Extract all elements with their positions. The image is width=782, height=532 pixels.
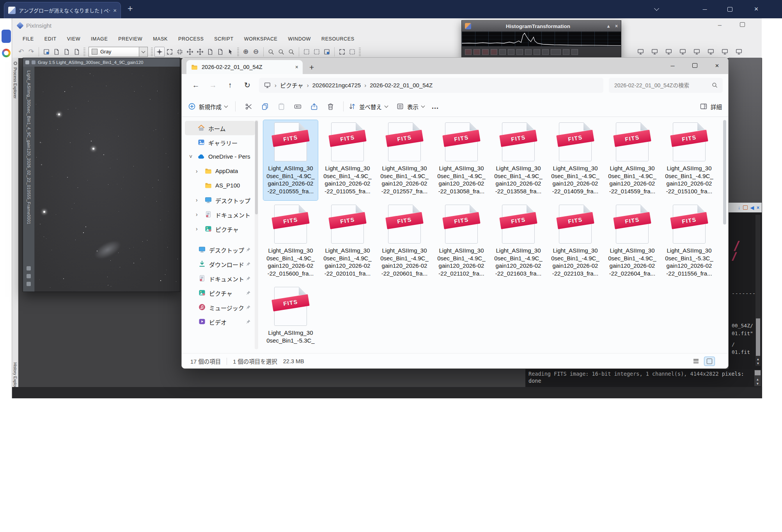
page-next-icon[interactable] — [215, 47, 225, 57]
save-left-icon[interactable] — [62, 47, 72, 57]
pixinsight-maximize-button[interactable] — [740, 22, 745, 28]
file-item[interactable]: FITSLight_ASIImg_300sec_Bin1_-5.3C_gain1… — [662, 202, 716, 283]
undo-icon[interactable]: ↶ — [16, 47, 26, 57]
mag-one-icon[interactable] — [286, 47, 296, 57]
file-item[interactable]: FITSLight_ASIImg_300sec_Bin1_-4.9C_gain1… — [662, 120, 716, 200]
menu-file[interactable]: FILE — [23, 36, 34, 42]
file-item[interactable]: FITSLight_ASIImg_300sec_Bin1_-4.9C_gain1… — [377, 120, 432, 200]
paste-button[interactable] — [273, 99, 289, 113]
virtual-screen-3-icon[interactable] — [663, 47, 674, 57]
file-item[interactable]: FITSLight_ASIImg_300sec_Bin1_-4.9C_gain1… — [548, 202, 603, 283]
image-canvas[interactable] — [35, 67, 180, 292]
zoom-in-icon[interactable]: ⊕ — [241, 47, 251, 57]
mag-plus-icon[interactable] — [276, 47, 286, 57]
menu-script[interactable]: SCRIPT — [214, 36, 233, 42]
zoom-to-fit-icon[interactable] — [175, 47, 185, 57]
preview-new-icon[interactable] — [301, 47, 312, 57]
pan-view-icon[interactable] — [185, 47, 195, 57]
histogram-tool-icon[interactable] — [516, 49, 523, 55]
cut-button[interactable] — [240, 99, 257, 113]
browser-menu-chevron-icon[interactable] — [645, 0, 668, 18]
screen-b-icon[interactable] — [734, 47, 744, 57]
browser-new-tab-button[interactable]: + — [128, 4, 133, 14]
breadcrumb-item[interactable]: ピクチャ — [280, 81, 303, 89]
mag-minus-icon[interactable] — [266, 47, 276, 57]
new-button[interactable]: 新規作成 — [188, 103, 227, 111]
browser-minimize-button[interactable]: ─ — [693, 0, 716, 18]
histogram-tool-icon[interactable] — [499, 49, 506, 55]
menu-window[interactable]: WINDOW — [288, 36, 311, 42]
explorer-minimize-button[interactable]: ─ — [661, 63, 684, 69]
window-fit-icon[interactable] — [347, 47, 357, 57]
histogram-tool-icon[interactable] — [571, 49, 578, 55]
search-input[interactable] — [614, 82, 711, 89]
file-grid-scrollbar[interactable] — [723, 119, 727, 349]
file-item[interactable]: FITSLight_ASIImg_300sec_Bin1_-4.9C_gain1… — [263, 202, 318, 283]
sidebar-item-pictures[interactable]: ›ピクチャ — [185, 222, 255, 236]
histogram-tool-icon[interactable] — [551, 49, 561, 55]
grid-view-icon[interactable] — [692, 47, 702, 57]
new-process-icon[interactable] — [41, 47, 51, 57]
fit-view-icon[interactable] — [165, 47, 175, 57]
rename-button[interactable] — [289, 99, 306, 113]
browser-close-button[interactable]: × — [745, 0, 768, 18]
center-view-icon[interactable] — [195, 47, 205, 57]
dock-left-icon[interactable]: ◀ — [750, 205, 754, 210]
histogram-tool-icon[interactable] — [534, 49, 540, 55]
sidebar-item-documents[interactable]: ›ドキュメント — [185, 207, 255, 222]
view-button[interactable]: 表示 — [396, 103, 424, 111]
sidebar-item-pictures[interactable]: ピクチャ — [185, 286, 255, 300]
histogram-tool-icon[interactable] — [491, 49, 497, 55]
file-item[interactable]: FITSLight_ASIImg_300sec_Bin1_-4.9C_gain1… — [548, 120, 603, 200]
menu-workspace[interactable]: WORKSPACE — [244, 36, 278, 42]
save-right-icon[interactable] — [72, 47, 82, 57]
panel-tab-process-explorer[interactable]: Process Explorer — [12, 62, 18, 99]
virtual-screen-2-icon[interactable] — [649, 47, 660, 57]
virtual-screen-1-icon[interactable] — [635, 47, 645, 57]
channel-selector[interactable]: Gray — [89, 47, 148, 57]
file-item[interactable]: FITSLight_ASIImg_300sec_Bin1_-4.9C_gain1… — [320, 120, 375, 200]
menu-preview[interactable]: PREVIEW — [118, 36, 142, 42]
more-options-button[interactable]: … — [431, 102, 440, 111]
sidebar-item-documents[interactable]: ドキュメント — [185, 271, 255, 286]
pixinsight-minimize-button[interactable]: ─ — [718, 22, 722, 28]
breadcrumb-item[interactable]: 2026-02-22_01_00_54Z — [370, 82, 433, 88]
copy-button[interactable] — [257, 99, 273, 113]
menu-process[interactable]: PROCESS — [178, 36, 204, 42]
sidebar-item-onedrive[interactable]: ˅OneDrive - Perso — [185, 150, 255, 164]
file-item[interactable]: FITSLight_ASIImg_300sec_Bin1_-4.9C_gain1… — [377, 202, 432, 283]
histogram-tool-icon[interactable] — [482, 49, 489, 55]
back-icon[interactable]: ← — [187, 81, 204, 90]
sidebar-scrollbar[interactable] — [255, 120, 258, 349]
browser-tab-close-icon[interactable]: × — [113, 7, 117, 14]
refresh-icon[interactable]: ↻ — [239, 81, 256, 90]
console-output-scrollbar[interactable]: ▲ ▼ — [754, 370, 761, 386]
file-item[interactable]: FITSLight_ASIImg_300sec_Bin1_-4.9C_gain1… — [263, 120, 318, 200]
explorer-maximize-button[interactable] — [684, 63, 706, 69]
sort-button[interactable]: 並べ替え — [348, 103, 388, 111]
browser-maximize-button[interactable] — [718, 0, 741, 18]
file-item[interactable]: FITSLight_ASIImg_300sec_Bin1_-4.9C_gain1… — [320, 202, 375, 283]
track-view-icon[interactable] — [154, 47, 165, 57]
histogram-plot[interactable] — [462, 32, 621, 46]
screen-a-icon[interactable] — [720, 47, 730, 57]
histogram-tool-icon[interactable] — [525, 49, 532, 55]
sidebar-item-music[interactable]: ミュージック — [185, 300, 255, 315]
file-item[interactable]: FITSLight_ASIImg_300sec_Bin1_-4.9C_gain1… — [434, 120, 489, 200]
breadcrumb[interactable]: ›ピクチャ›20260221ngc4725›2026-02-22_01_00_5… — [259, 78, 603, 93]
histogram-tool-icon[interactable] — [508, 49, 514, 55]
page-prev-icon[interactable] — [205, 47, 215, 57]
new-image-icon[interactable] — [51, 47, 62, 57]
histogram-titlebar[interactable]: HistogramTransformation ▴ × — [462, 21, 621, 32]
tab-close-icon[interactable]: × — [295, 64, 298, 70]
sidebar-item-home[interactable]: ホーム — [185, 121, 255, 135]
sidebar-item-desktop[interactable]: デスクトップ — [185, 242, 255, 257]
breadcrumb-item[interactable]: 20260221ngc4725 — [312, 82, 361, 88]
file-item[interactable]: FITSLight_ASIImg_300sec_Bin1_-5.3C_ — [263, 285, 318, 353]
console-scrollbar[interactable]: ▲ ▼ — [755, 215, 761, 366]
sidebar-item-desktop[interactable]: ›デスクトップ — [185, 193, 255, 207]
window-expand-icon[interactable] — [337, 47, 347, 57]
pixinsight-titlebar[interactable]: PixInsight ─ — [12, 18, 762, 32]
file-item[interactable]: FITSLight_ASIImg_300sec_Bin1_-4.9C_gain1… — [434, 202, 489, 283]
histogram-tool-icon[interactable] — [542, 49, 549, 55]
